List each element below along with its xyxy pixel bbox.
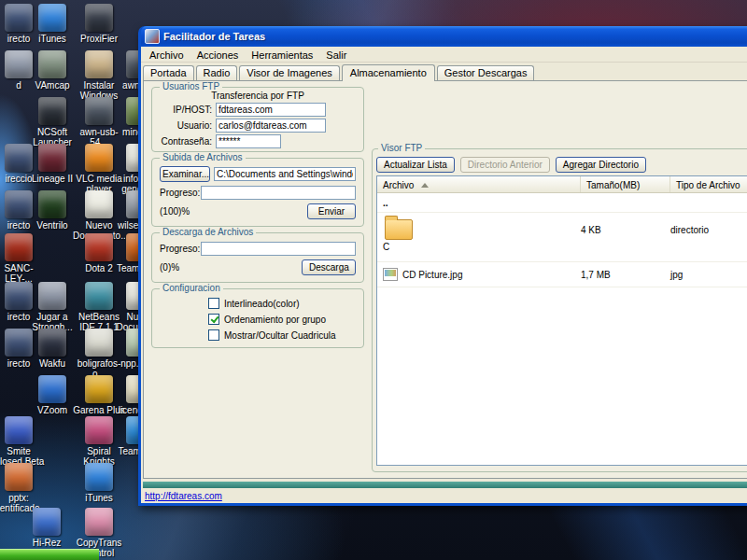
desktop-icon-label: iTunes — [26, 34, 78, 44]
menu-salir[interactable]: Salir — [319, 49, 353, 61]
actualizar-lista-button[interactable]: Actualizar Lista — [376, 157, 455, 173]
iphost-input[interactable] — [216, 103, 326, 117]
groupbox-title: Descarga de Archivos — [160, 227, 256, 237]
app-shortcut-icon — [38, 97, 66, 125]
menu-herramientas[interactable]: Herramientas — [245, 49, 319, 61]
agregar-directorio-button[interactable]: Agregar Directorio — [556, 157, 646, 173]
ftp-row-c[interactable]: C4 KBdirectorio — [377, 213, 747, 262]
file-name: C — [383, 242, 581, 252]
desktop-icon-smite-closed-beta[interactable]: Smite Closed Beta — [0, 416, 45, 467]
subida-percent: (100)% — [160, 206, 190, 217]
app-shortcut-icon — [5, 233, 33, 261]
groupbox-title: Visor FTP — [378, 143, 425, 153]
app-shortcut-icon — [38, 375, 66, 403]
desktop-icon-sanc-ley[interactable]: SANC-LEY-... — [0, 233, 45, 284]
groupbox-visor-ftp: Visor FTP Actualizar Lista Directorio An… — [372, 148, 747, 472]
folder-icon — [385, 219, 413, 240]
desktop-icon-itunes[interactable]: iTunes — [73, 463, 125, 503]
window-titlebar[interactable]: Facilitador de Tareas — [141, 26, 747, 47]
groupbox-usuarios-ftp: Usuarios FTP Transferencia por FTP IP/HO… — [151, 87, 364, 152]
menu-acciones[interactable]: Acciones — [190, 49, 246, 61]
tab-page-almacenamiento: Usuarios FTP Transferencia por FTP IP/HO… — [143, 80, 747, 479]
groupbox-descarga: Descarga de Archivos Progreso: (0)% Desc… — [151, 232, 364, 283]
desktop-icon-wakfu[interactable]: Wakfu — [26, 329, 78, 369]
ftp-row-cd-picture-jpg[interactable]: CD Picture.jpg1,7 MBjpg — [377, 262, 747, 287]
app-icon — [145, 29, 160, 44]
ruta-archivo-input[interactable] — [214, 167, 356, 181]
examinar-button[interactable]: Examinar... — [160, 166, 210, 182]
desktop-icon-pptx-identificado[interactable]: pptx: identificado... — [0, 463, 45, 513]
column-tamano[interactable]: Tamaño(MB) — [581, 176, 670, 192]
desktop-icon-proxifier[interactable]: ProxiFier — [73, 4, 125, 44]
checkbox-ordenamiento[interactable]: Ordenamiento por grupo — [208, 314, 326, 325]
app-shortcut-icon — [85, 375, 113, 403]
tab-gestor-descargas[interactable]: Gestor Descargas — [437, 65, 535, 80]
subida-progreso-input[interactable] — [201, 186, 356, 200]
app-shortcut-icon — [38, 282, 66, 310]
menu-bar: ArchivoAccionesHerramientasSalir — [141, 47, 747, 63]
file-type: directorio — [670, 213, 747, 261]
file-name-cell: .. — [377, 198, 581, 208]
tab-strip: PortadaRadioVisor de ImagenesAlmacenamie… — [141, 63, 747, 80]
checkbox-icon[interactable] — [208, 314, 219, 325]
desktop-icon-lineage-ii[interactable]: Lineage II — [26, 144, 78, 184]
checkbox-icon[interactable] — [208, 298, 219, 309]
checkbox-cuadricula[interactable]: Mostrar/Ocultar Cuadricula — [208, 329, 335, 341]
file-name: CD Picture.jpg — [402, 270, 462, 280]
usuario-input[interactable] — [216, 119, 326, 133]
app-shortcut-icon — [85, 416, 113, 444]
contrasena-input[interactable] — [216, 134, 281, 148]
desktop-icon-label: VZoom — [26, 405, 78, 415]
column-label: Archivo — [383, 180, 414, 190]
desktop-icon-jugar-a-strongh[interactable]: Jugar a Strongh... — [26, 282, 78, 332]
app-shortcut-icon — [85, 233, 113, 261]
status-bar: http://fdtareas.com — [141, 488, 747, 503]
checkbox-icon[interactable] — [208, 329, 219, 341]
app-shortcut-icon — [38, 4, 66, 32]
file-type: jpg — [670, 270, 747, 280]
desktop-icon-vzoom[interactable]: VZoom — [26, 375, 78, 415]
descarga-button[interactable]: Descarga — [302, 259, 356, 275]
column-archivo[interactable]: Archivo — [377, 176, 581, 192]
checkbox-interlineado[interactable]: Interlineado(color) — [208, 298, 300, 309]
ftp-row-item[interactable]: .. — [377, 193, 747, 213]
tab-visor-de-imagenes[interactable]: Visor de Imagenes — [239, 65, 340, 80]
desktop-icon-label: ProxiFier — [73, 34, 125, 44]
desktop-icon-label: Ventrilo — [26, 220, 78, 231]
desktop-icon-itunes[interactable]: iTunes — [26, 4, 78, 44]
taskbar-start-fragment[interactable] — [0, 549, 99, 560]
app-shortcut-icon — [85, 463, 113, 491]
app-shortcut-icon — [38, 329, 66, 357]
desktop-icon-label: SANC-LEY-... — [0, 263, 45, 284]
desktop-icon-label: iTunes — [73, 493, 125, 503]
file-size: 4 KB — [581, 213, 670, 261]
column-tipo-archivo[interactable]: Tipo de Archivo — [670, 176, 747, 192]
groupbox-subida: Subida de Archivos Examinar... Progreso:… — [151, 158, 364, 227]
column-label: Tamaño(MB) — [586, 180, 640, 190]
tab-almacenamiento[interactable]: Almacenamiento — [342, 64, 435, 81]
desktop-icon-ncsoft-launcher[interactable]: NCSoft Launcher — [26, 97, 78, 147]
desktop-icon-ventrilo[interactable]: Ventrilo — [26, 190, 78, 231]
descarga-percent: (0)% — [160, 262, 179, 273]
app-shortcut-icon — [85, 282, 113, 310]
app-shortcut-icon — [85, 508, 113, 536]
menu-archivo[interactable]: Archivo — [143, 49, 190, 61]
enviar-button[interactable]: Enviar — [307, 203, 356, 219]
groupbox-title: Subida de Archivos — [160, 152, 246, 162]
status-link[interactable]: http://fdtareas.com — [145, 491, 222, 501]
usuario-label: Usuario: — [156, 120, 212, 131]
desktop: { "window": { "title": "Facilitador de T… — [0, 0, 747, 560]
tab-radio[interactable]: Radio — [196, 65, 238, 80]
file-name-cell: C — [377, 213, 581, 261]
desktop-icon-vamcap[interactable]: VAmcap — [26, 50, 78, 91]
file-size: 1,7 MB — [581, 270, 670, 280]
app-shortcut-icon — [5, 416, 33, 444]
app-window: Facilitador de Tareas ArchivoAccionesHer… — [138, 26, 747, 506]
iphost-label: IP/HOST: — [156, 105, 212, 115]
descarga-progreso-input[interactable] — [201, 242, 356, 256]
file-name-cell: CD Picture.jpg — [377, 268, 581, 281]
tab-portada[interactable]: Portada — [143, 65, 194, 80]
subida-progreso-label: Progreso: — [160, 188, 200, 198]
directorio-anterior-button[interactable]: Directorio Anterior — [460, 157, 550, 173]
groupbox-configuracion: Configuracion Interlineado(color) Ordena… — [151, 288, 364, 348]
